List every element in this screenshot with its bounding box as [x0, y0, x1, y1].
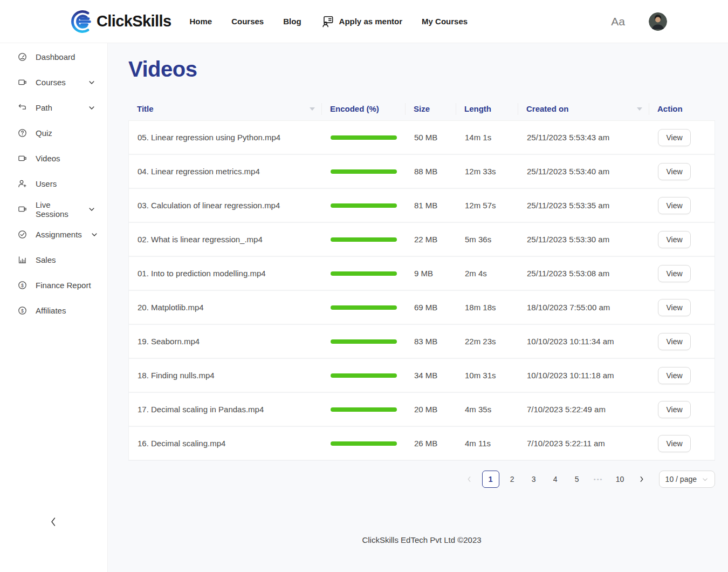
view-button[interactable]: View [658, 197, 691, 214]
id-card-icon [321, 15, 335, 29]
nav-link-courses[interactable]: Courses [231, 17, 264, 26]
sidebar-item-videos[interactable]: Videos [0, 146, 107, 171]
view-button[interactable]: View [658, 333, 691, 350]
video-created-on: 7/10/2023 5:22:49 am [518, 405, 649, 414]
video-title: 05. Linear regression using Python.mp4 [129, 133, 322, 142]
pagination-ellipsis[interactable]: ••• [590, 476, 607, 482]
table-row: 04. Linear regression metrics.mp4 88 MB … [129, 155, 715, 189]
sidebar-collapse-button[interactable] [47, 516, 59, 528]
nav-link-blog[interactable]: Blog [283, 17, 301, 26]
encoded-progress-cell [322, 339, 406, 344]
nav-link-home[interactable]: Home [190, 17, 212, 26]
brand-logo[interactable]: ClickSkills [70, 9, 171, 34]
table-row: 05. Linear regression using Python.mp4 5… [129, 121, 715, 155]
action-cell: View [649, 435, 716, 452]
video-title: 04. Linear regression metrics.mp4 [129, 167, 322, 176]
video-created-on: 10/10/2023 10:11:34 am [518, 337, 649, 346]
view-button[interactable]: View [658, 265, 691, 282]
video-size: 9 MB [406, 269, 456, 278]
user-avatar[interactable] [649, 12, 667, 31]
view-button[interactable]: View [658, 129, 691, 146]
page-button-4[interactable]: 4 [547, 471, 564, 488]
video-created-on: 25/11/2023 5:53:08 am [518, 269, 649, 278]
page-button-5[interactable]: 5 [568, 471, 586, 488]
sidebar-item-live-sessions[interactable]: Live Sessions [0, 196, 107, 222]
page-size-select[interactable]: 10 / page [659, 471, 715, 488]
video-size: 81 MB [406, 201, 456, 210]
navbar-right: Aa [611, 12, 667, 31]
chevron-down-icon [88, 206, 95, 213]
encoded-progress-bar [331, 305, 397, 310]
svg-text:$: $ [21, 308, 24, 314]
sidebar-item-sales[interactable]: Sales [0, 247, 107, 273]
view-button[interactable]: View [658, 435, 691, 452]
sidebar-item-dashboard[interactable]: Dashboard [0, 44, 107, 70]
table-row: 02. What is linear regression_.mp4 22 MB… [129, 223, 715, 257]
column-header-created-on[interactable]: Created on [518, 97, 649, 120]
view-button[interactable]: View [658, 299, 691, 316]
user-add-icon [18, 179, 27, 188]
video-length: 5m 36s [456, 235, 518, 244]
view-button[interactable]: View [658, 401, 691, 418]
dollar-circle-icon: $ [18, 306, 27, 315]
sidebar-item-quiz[interactable]: Quiz [0, 120, 107, 146]
video-created-on: 25/11/2023 5:53:43 am [518, 133, 649, 142]
video-title: 01. Into to prediction modelling.mp4 [129, 269, 322, 278]
view-button[interactable]: View [658, 367, 691, 384]
action-cell: View [649, 231, 716, 248]
video-length: 18m 18s [456, 303, 518, 312]
video-created-on: 18/10/2023 7:55:00 am [518, 303, 649, 312]
video-length: 12m 57s [456, 201, 518, 210]
svg-text:$: $ [21, 283, 24, 288]
encoded-progress-cell [322, 407, 406, 412]
sidebar-item-affiliates[interactable]: $ Affiliates [0, 298, 107, 323]
encoded-progress-bar [331, 407, 397, 412]
video-length: 22m 23s [456, 337, 518, 346]
page-button-1[interactable]: 1 [482, 471, 499, 488]
column-header-length: Length [456, 97, 518, 120]
pagination-prev-button[interactable] [461, 471, 478, 488]
video-camera-icon [18, 205, 27, 214]
pagination-pages: 12345•••10 [482, 471, 629, 488]
action-cell: View [649, 197, 716, 214]
bar-chart-icon [18, 255, 27, 264]
font-size-toggle[interactable]: Aa [611, 15, 625, 28]
sidebar-menu: Dashboard Courses Path Quiz Videos Users… [0, 44, 107, 323]
page-button-10[interactable]: 10 [612, 471, 629, 488]
pagination-next-button[interactable] [633, 471, 650, 488]
encoded-progress-cell [322, 271, 406, 276]
nav-link-apply-as-mentor[interactable]: Apply as mentor [321, 15, 403, 29]
video-length: 4m 11s [456, 439, 518, 448]
video-length: 4m 35s [456, 405, 518, 414]
page-button-3[interactable]: 3 [525, 471, 542, 488]
sidebar-item-path[interactable]: Path [0, 95, 107, 120]
view-button[interactable]: View [658, 163, 691, 180]
encoded-progress-cell [322, 203, 406, 208]
sort-caret-icon[interactable] [310, 107, 315, 111]
video-length: 12m 33s [456, 167, 518, 176]
pagination: 12345•••10 10 / page [128, 471, 715, 488]
sidebar-item-assignments[interactable]: Assignments [0, 222, 107, 247]
clickskills-logo-icon [70, 9, 95, 34]
column-header-size: Size [405, 97, 456, 120]
column-header-title[interactable]: Title [128, 97, 321, 120]
encoded-progress-bar [331, 441, 397, 446]
table-row: 01. Into to prediction modelling.mp4 9 M… [129, 257, 715, 291]
sidebar-item-finance-report[interactable]: $ Finance Report [0, 273, 107, 298]
sidebar-item-courses[interactable]: Courses [0, 70, 107, 95]
video-size: 50 MB [406, 133, 456, 142]
video-title: 16. Decimal scaling.mp4 [129, 439, 322, 448]
video-size: 88 MB [406, 167, 456, 176]
encoded-progress-cell [322, 441, 406, 446]
page-button-2[interactable]: 2 [504, 471, 521, 488]
nav-link-my-courses[interactable]: My Courses [422, 17, 468, 26]
videos-table: Title Encoded (%) Size Length Created on [128, 97, 715, 461]
encoded-progress-cell [322, 373, 406, 378]
sort-caret-icon[interactable] [637, 107, 642, 111]
chevron-down-icon [91, 231, 98, 239]
view-button[interactable]: View [658, 231, 691, 248]
video-title: 19. Seaborn.mp4 [129, 337, 322, 346]
check-circle-icon [18, 230, 27, 239]
encoded-progress-cell [322, 305, 406, 310]
sidebar-item-users[interactable]: Users [0, 171, 107, 196]
